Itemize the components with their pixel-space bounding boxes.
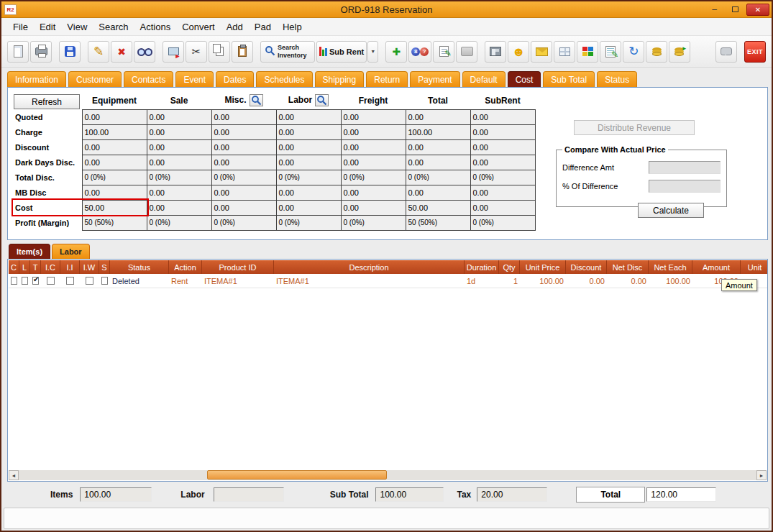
copy-button[interactable] — [209, 41, 230, 63]
tab-event[interactable]: Event — [175, 71, 214, 87]
edit-button[interactable]: ✎ — [88, 41, 109, 63]
tab-dates[interactable]: Dates — [216, 71, 254, 87]
cost-cell[interactable]: 0.00 — [406, 185, 470, 200]
col-header-description[interactable]: Description — [274, 260, 465, 274]
menu-item-convert[interactable]: Convert — [176, 20, 221, 34]
menu-item-view[interactable]: View — [61, 20, 93, 34]
item-row[interactable]: DeletedRentITEMA#1ITEMA#11d1100.000.000.… — [9, 274, 768, 288]
tab-cost[interactable]: Cost — [508, 71, 541, 87]
refresh-button[interactable]: Refresh — [14, 94, 80, 109]
menu-item-add[interactable]: Add — [221, 20, 249, 34]
horizontal-scrollbar[interactable]: ◄ ► — [9, 470, 767, 480]
col-header-action[interactable]: Action — [169, 260, 202, 274]
paste-button[interactable] — [232, 41, 253, 63]
message-note-button[interactable] — [531, 41, 552, 63]
cost-cell[interactable]: 50 (50%) — [82, 215, 147, 230]
new-document-button[interactable] — [7, 41, 29, 63]
tab-return[interactable]: Return — [366, 71, 408, 87]
menu-item-edit[interactable]: Edit — [34, 20, 61, 34]
col-header-status[interactable]: Status — [110, 260, 169, 274]
items-total-field[interactable]: 100.00 — [80, 487, 152, 502]
checkbox-l[interactable] — [22, 277, 28, 285]
checkbox-s[interactable] — [101, 277, 108, 285]
cost-cell[interactable]: 0.00 — [406, 155, 470, 170]
cost-cell[interactable]: 0.00 — [276, 139, 341, 155]
tab-default[interactable]: Default — [462, 71, 506, 87]
cost-cell[interactable]: 0 (0%) — [211, 170, 276, 185]
close-button[interactable]: ✕ — [746, 4, 769, 16]
add-button[interactable]: ✚ — [385, 41, 407, 63]
tab-status[interactable]: Status — [597, 71, 637, 87]
col-header-net-each[interactable]: Net Each — [649, 260, 692, 274]
col-header-s[interactable]: S — [99, 260, 110, 274]
search-inventory-button[interactable]: Search Inventory — [260, 41, 315, 63]
cost-cell[interactable]: 0.00 — [406, 109, 470, 124]
scroll-left-button[interactable]: ◄ — [9, 470, 19, 480]
cost-cell[interactable]: 0.00 — [276, 200, 341, 215]
cost-cell[interactable]: 0.00 — [147, 124, 211, 139]
col-header-t[interactable]: T — [30, 260, 41, 274]
tab-sub-total[interactable]: Sub Total — [543, 71, 595, 87]
total-field[interactable]: 120.00 — [646, 487, 716, 502]
cost-cell[interactable]: 0.00 — [341, 139, 406, 155]
cost-cell[interactable]: 0.00 — [211, 200, 276, 215]
cost-cell[interactable]: 0.00 — [470, 139, 535, 155]
cost-cell[interactable]: 0.00 — [276, 109, 341, 124]
cost-cell[interactable]: 0.00 — [211, 185, 276, 200]
export-button[interactable] — [163, 41, 184, 63]
tax-field[interactable]: 20.00 — [477, 487, 547, 502]
lookup-labor-button[interactable] — [315, 94, 329, 106]
cost-cell[interactable]: 0.00 — [147, 139, 211, 155]
inventory-cubes-button[interactable] — [577, 41, 598, 63]
menu-item-help[interactable]: Help — [277, 20, 308, 34]
col-header-amount[interactable]: Amount — [692, 260, 741, 274]
cost-cell[interactable]: 0.00 — [341, 124, 406, 139]
cost-cell[interactable]: 0.00 — [276, 185, 341, 200]
cost-cell[interactable]: 0.00 — [341, 185, 406, 200]
menu-item-file[interactable]: File — [7, 20, 34, 34]
cost-cell[interactable]: 0.00 — [470, 109, 535, 124]
items-tab-item-s[interactable]: Item(s) — [9, 244, 50, 259]
difference-amt-input[interactable] — [649, 161, 721, 174]
col-header-product-id[interactable]: Product ID — [202, 260, 274, 274]
cost-cell[interactable]: 0.00 — [147, 200, 211, 215]
col-header-c[interactable]: C — [9, 260, 19, 274]
cost-cell[interactable]: 0.00 — [82, 155, 147, 170]
print-button[interactable] — [30, 41, 52, 63]
comment-bubble-button[interactable] — [715, 41, 737, 63]
cost-cell[interactable]: 0 (0%) — [211, 215, 276, 230]
checkbox-t[interactable] — [32, 277, 39, 285]
col-header-i-c[interactable]: I.C — [41, 260, 60, 274]
cost-cell[interactable]: 0 (0%) — [276, 215, 341, 230]
cost-cell[interactable]: 0.00 — [470, 185, 535, 200]
col-header-qty[interactable]: Qty — [499, 260, 520, 274]
feedback-smiley-button[interactable]: ☻ — [508, 41, 529, 63]
pct-of-difference-input[interactable] — [649, 180, 721, 193]
cost-cell[interactable]: 0.00 — [211, 139, 276, 155]
scroll-right-button[interactable]: ► — [756, 470, 767, 480]
subtotal-field[interactable]: 100.00 — [375, 487, 444, 502]
cost-cell[interactable]: 0.00 — [470, 200, 535, 215]
cost-cell[interactable]: 0.00 — [470, 155, 535, 170]
cost-cell[interactable]: 0.00 — [406, 139, 470, 155]
cost-cell[interactable]: 0.00 — [82, 139, 147, 155]
minimize-button[interactable]: – — [705, 4, 724, 16]
cost-cell[interactable]: 0.00 — [82, 185, 147, 200]
cost-cell[interactable]: 100.00 — [82, 124, 147, 139]
cost-cell[interactable]: 0.00 — [147, 109, 211, 124]
cost-cell[interactable]: 0 (0%) — [82, 170, 147, 185]
checkbox-i-w[interactable] — [86, 277, 93, 285]
menu-item-actions[interactable]: Actions — [134, 20, 177, 34]
tab-customer[interactable]: Customer — [68, 71, 122, 87]
cost-cell[interactable]: 0.00 — [341, 155, 406, 170]
tab-payment[interactable]: Payment — [410, 71, 459, 87]
calculate-button[interactable]: Calculate — [638, 203, 704, 218]
pad-button[interactable] — [456, 41, 477, 63]
labor-total-field[interactable] — [214, 487, 284, 502]
checkbox-c[interactable] — [11, 277, 17, 285]
checkbox-i-i[interactable] — [66, 277, 74, 285]
tab-shipping[interactable]: Shipping — [315, 71, 365, 87]
cost-cell[interactable]: 0 (0%) — [341, 170, 406, 185]
print-preview-button[interactable] — [485, 41, 506, 63]
edit-note-button[interactable] — [433, 41, 454, 63]
